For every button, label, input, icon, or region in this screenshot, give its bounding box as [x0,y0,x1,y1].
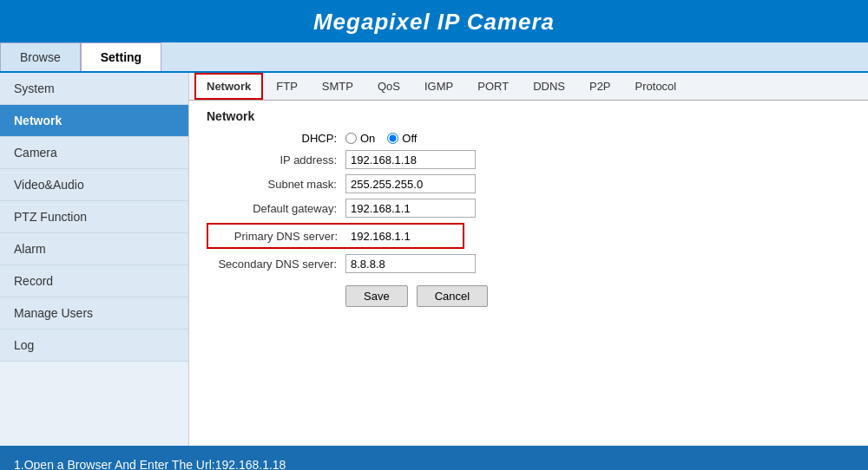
sub-tab-ddns[interactable]: DDNS [522,74,576,99]
sub-tab-smtp[interactable]: SMTP [311,74,365,99]
sidebar-item-alarm[interactable]: Alarm [0,233,188,265]
tab-browse[interactable]: Browse [0,42,81,71]
dhcp-row: DHCP: On Off [207,132,851,145]
footer: 1.Open a Browser And Enter The Url:192.1… [0,446,868,470]
sidebar-item-video-audio[interactable]: Video&Audio [0,169,188,201]
secondary-dns-label: Secondary DNS server: [207,258,345,271]
subnet-label: Subnet mask: [207,178,345,191]
button-row: Save Cancel [345,285,851,307]
sidebar-item-record[interactable]: Record [0,265,188,297]
dhcp-radio-group: On Off [345,132,417,145]
save-button[interactable]: Save [345,285,408,307]
main-tab-bar: Browse Setting [0,42,868,73]
sidebar-item-network[interactable]: Network [0,105,188,137]
dhcp-off-radio[interactable] [387,133,398,144]
primary-dns-row: Primary DNS server: [207,223,851,249]
sidebar: System Network Camera Video&Audio PTZ Fu… [0,73,189,446]
sub-tab-p2p[interactable]: P2P [578,74,622,99]
gateway-row: Default gateway: [207,199,851,218]
sidebar-item-camera[interactable]: Camera [0,137,188,169]
sub-tab-qos[interactable]: QoS [366,74,411,99]
sub-tab-igmp[interactable]: IGMP [413,74,464,99]
tab-setting[interactable]: Setting [81,42,161,71]
sub-tab-port[interactable]: PORT [466,74,520,99]
sub-tab-ftp[interactable]: FTP [265,74,309,99]
main-layout: System Network Camera Video&Audio PTZ Fu… [0,73,868,446]
sub-tab-bar: Network FTP SMTP QoS IGMP PORT DDNS P2P … [189,73,868,101]
dhcp-on-option[interactable]: On [345,132,375,145]
section-title: Network [207,109,851,123]
app-header: Megapixel IP Camera [0,0,868,42]
dhcp-on-label: On [360,132,375,145]
secondary-dns-input[interactable] [345,254,476,273]
subnet-input[interactable] [345,174,476,193]
primary-dns-input[interactable] [346,226,459,245]
app-title: Megapixel IP Camera [0,9,868,36]
dhcp-off-label: Off [402,132,417,145]
secondary-dns-row: Secondary DNS server: [207,254,851,273]
gateway-input[interactable] [345,199,476,218]
dhcp-off-option[interactable]: Off [387,132,417,145]
subnet-row: Subnet mask: [207,174,851,193]
sub-tab-protocol[interactable]: Protocol [624,74,688,99]
dhcp-on-radio[interactable] [345,133,357,144]
dhcp-label: DHCP: [207,132,345,145]
sidebar-item-system[interactable]: System [0,73,188,105]
gateway-label: Default gateway: [207,202,345,215]
content-area: Network FTP SMTP QoS IGMP PORT DDNS P2P … [189,73,868,446]
ip-input[interactable] [345,150,476,169]
ip-label: IP address: [207,153,345,166]
sidebar-item-manage-users[interactable]: Manage Users [0,297,188,330]
ip-address-row: IP address: [207,150,851,169]
primary-dns-highlight-box: Primary DNS server: [207,223,464,249]
network-form: Network DHCP: On Off IP address: [189,101,868,446]
footer-line1: 1.Open a Browser And Enter The Url:192.1… [14,454,854,470]
primary-dns-label: Primary DNS server: [212,230,346,243]
sub-tab-network[interactable]: Network [194,73,263,100]
cancel-button[interactable]: Cancel [417,285,488,307]
sidebar-item-ptz[interactable]: PTZ Function [0,201,188,233]
sidebar-item-log[interactable]: Log [0,330,188,362]
